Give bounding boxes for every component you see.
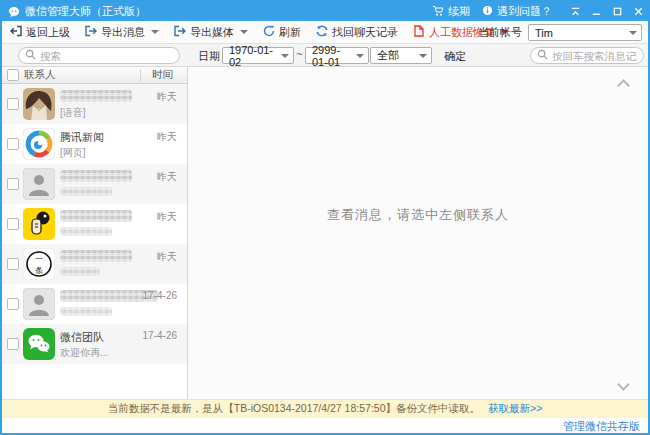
chevron-down-icon xyxy=(629,31,637,35)
account-label: 当前帐号 xyxy=(478,25,522,40)
wechat-avatar xyxy=(23,328,55,360)
contact-list-item[interactable]: 17-4-26 xyxy=(2,284,187,324)
contact-list-item[interactable]: 昨天 xyxy=(2,204,187,244)
document-icon xyxy=(413,25,425,39)
contact-rows: [语音]昨天腾讯新闻[网页]昨天昨天昨天一条昨天17-4-26微信团队欢迎你再.… xyxy=(2,84,187,364)
scroll-up-icon[interactable] xyxy=(617,79,630,92)
message-time: 昨天 xyxy=(157,170,177,184)
confirm-button[interactable]: 确定 xyxy=(444,49,466,64)
contact-name: 微信团队 xyxy=(60,330,104,345)
cart-icon xyxy=(432,5,444,19)
chevron-down-icon xyxy=(356,54,364,58)
maximize-button[interactable] xyxy=(612,6,623,17)
contact-list-item[interactable]: [语音]昨天 xyxy=(2,84,187,124)
contact-list-pane: 联系人 时间 [语音]昨天腾讯新闻[网页]昨天昨天昨天一条昨天17-4-26微信… xyxy=(2,67,188,399)
export-icon xyxy=(85,25,97,39)
window-title: 微信管理大师（正式版） xyxy=(25,4,146,19)
type-filter-select[interactable]: 全部 xyxy=(370,47,432,64)
yitiao-avatar: 一条 xyxy=(23,248,55,280)
row-checkbox[interactable] xyxy=(7,338,19,350)
row-checkbox[interactable] xyxy=(7,98,19,110)
message-time: 昨天 xyxy=(157,130,177,144)
chevron-down-icon xyxy=(151,30,159,34)
message-search-field[interactable] xyxy=(552,50,637,62)
message-time: 昨天 xyxy=(157,250,177,264)
contact-list-item[interactable]: 昨天 xyxy=(2,164,187,204)
contact-list-item[interactable]: 腾讯新闻[网页]昨天 xyxy=(2,124,187,164)
contact-name: 腾讯新闻 xyxy=(60,130,104,145)
person-avatar xyxy=(23,288,55,320)
contact-list-header: 联系人 时间 xyxy=(2,67,187,84)
footer-bar: 管理微信共存版 xyxy=(2,418,648,433)
date-label: 日期 xyxy=(198,49,220,64)
censored-contact-name xyxy=(60,170,132,182)
export-messages-button[interactable]: 导出消息 xyxy=(85,25,159,40)
last-message-preview: [网页] xyxy=(60,146,86,160)
search-icon xyxy=(25,49,36,62)
get-latest-link[interactable]: 获取最新>> xyxy=(488,402,542,416)
rollup-button[interactable] xyxy=(570,6,581,17)
scroll-down-icon[interactable] xyxy=(617,378,630,391)
contact-search-field[interactable] xyxy=(40,50,173,62)
last-message-preview: 欢迎你再... xyxy=(60,346,108,360)
export-media-button[interactable]: 导出媒体 xyxy=(174,25,248,40)
export-icon xyxy=(174,25,186,39)
select-all-checkbox[interactable] xyxy=(7,69,19,81)
notice-text: 当前数据不是最新，是从【TB-iOS0134-2017/4/27 18:57:5… xyxy=(108,402,480,416)
contact-list-item[interactable]: 一条昨天 xyxy=(2,244,187,284)
chevron-down-icon xyxy=(419,54,427,58)
censored-last-message xyxy=(60,227,112,236)
message-search-input[interactable] xyxy=(530,47,644,64)
chevron-down-icon xyxy=(240,30,248,34)
row-checkbox[interactable] xyxy=(7,218,19,230)
last-message-preview: [语音] xyxy=(60,106,86,120)
date-to-select[interactable]: 2999-01-01 xyxy=(305,47,369,64)
row-checkbox[interactable] xyxy=(7,258,19,270)
censored-contact-name xyxy=(60,210,132,222)
recover-chat-button[interactable]: 找回聊天记录 xyxy=(316,25,398,40)
row-checkbox[interactable] xyxy=(7,138,19,150)
manage-coexist-link[interactable]: 管理微信共存版 xyxy=(563,419,640,434)
person-avatar xyxy=(23,168,55,200)
censored-contact-name xyxy=(60,250,132,262)
sync-icon xyxy=(316,25,328,39)
renew-button[interactable]: 续期 xyxy=(432,4,470,19)
back-button[interactable]: 返回上级 xyxy=(10,25,70,40)
app-window: 微信管理大师（正式版） 续期 遇到问题？ 返回上级 导 xyxy=(0,0,650,435)
close-button[interactable] xyxy=(633,6,644,17)
svg-text:一: 一 xyxy=(35,255,43,264)
chevron-down-icon xyxy=(281,54,289,58)
date-separator: ~ xyxy=(296,48,302,60)
censored-last-message xyxy=(60,307,112,316)
censored-last-message xyxy=(60,267,100,276)
contacts-column-header: 联系人 xyxy=(24,68,56,82)
svg-text:条: 条 xyxy=(35,266,43,275)
app-logo-icon xyxy=(8,6,20,18)
anime-avatar xyxy=(23,88,55,120)
content-area: 联系人 时间 [语音]昨天腾讯新闻[网页]昨天昨天昨天一条昨天17-4-26微信… xyxy=(2,67,648,399)
row-checkbox[interactable] xyxy=(7,298,19,310)
status-notice-bar: 当前数据不是最新，是从【TB-iOS0134-2017/4/27 18:57:5… xyxy=(2,399,648,418)
help-button[interactable]: 遇到问题？ xyxy=(482,4,552,19)
toolbar: 返回上级 导出消息 导出媒体 刷新 找回聊天记录 人工数据恢复 当前帐号 xyxy=(2,21,648,44)
message-time: 昨天 xyxy=(157,210,177,224)
refresh-button[interactable]: 刷新 xyxy=(263,25,301,40)
tencent-news-avatar xyxy=(23,128,55,160)
censored-last-message xyxy=(60,187,112,196)
date-from-select[interactable]: 1970-01-02 xyxy=(222,47,294,64)
title-bar: 微信管理大师（正式版） 续期 遇到问题？ xyxy=(2,2,648,21)
empty-state-text: 查看消息，请选中左侧联系人 xyxy=(188,206,648,224)
refresh-icon xyxy=(263,25,275,39)
message-pane: 查看消息，请选中左侧联系人 xyxy=(188,67,648,399)
minimize-button[interactable] xyxy=(591,6,602,17)
contact-list-item[interactable]: 微信团队欢迎你再...17-4-26 xyxy=(2,324,187,364)
row-checkbox[interactable] xyxy=(7,178,19,190)
contact-search-input[interactable] xyxy=(18,47,180,64)
message-time: 17-4-26 xyxy=(143,330,177,341)
message-time: 昨天 xyxy=(157,90,177,104)
search-icon xyxy=(537,49,548,62)
account-select[interactable]: Tim xyxy=(528,24,642,41)
info-icon xyxy=(482,5,493,18)
censored-contact-name xyxy=(60,90,132,102)
filter-bar: 日期 1970-01-02 ~ 2999-01-01 全部 确定 xyxy=(2,44,648,67)
